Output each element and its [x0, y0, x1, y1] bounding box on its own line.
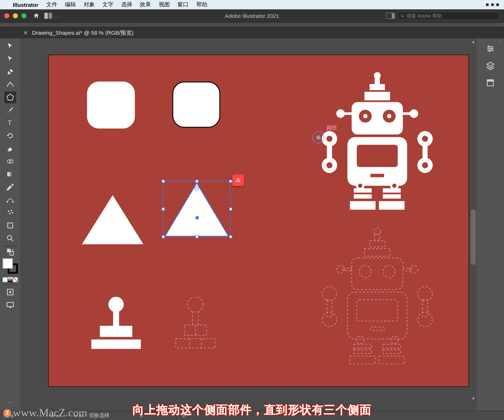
svg-rect-22 [7, 302, 13, 307]
svg-rect-84 [370, 327, 384, 330]
polygon-tool[interactable] [4, 91, 16, 103]
search-icon [400, 13, 405, 18]
svg-point-16 [7, 235, 12, 240]
mac-menubar: Illustrator 文件 编辑 对象 文字 选择 效果 视图 窗口 帮助 [0, 0, 504, 9]
color-control[interactable] [3, 258, 18, 274]
svg-point-62 [327, 162, 333, 168]
rounded-rect-white[interactable] [87, 82, 135, 129]
document-tab[interactable]: ✕ Drawing_Shapes.ai* @ 58 % (RGB/预览) [23, 29, 133, 37]
symbol-sprayer-tool[interactable] [4, 207, 16, 219]
selection-mode[interactable]: 切换选择 [89, 412, 109, 419]
minimize-button[interactable] [13, 13, 18, 18]
menu-help[interactable]: 帮助 [196, 1, 207, 8]
svg-point-7 [7, 201, 8, 203]
svg-point-5 [9, 160, 13, 163]
artboard[interactable]: 路径 [48, 55, 469, 387]
menu-window[interactable]: 窗口 [177, 1, 188, 8]
canvas-area[interactable]: 路径 ▲ ▼ [20, 38, 477, 411]
scroll-thumb[interactable] [471, 209, 476, 265]
svg-rect-83 [357, 300, 398, 321]
chevron-down-icon[interactable]: ⌵ [55, 13, 57, 18]
handle-mr[interactable] [229, 208, 232, 210]
close-tab-icon[interactable]: ✕ [23, 30, 28, 36]
sides-widget[interactable] [232, 174, 244, 186]
type-tool[interactable]: T [4, 117, 16, 129]
menu-edit[interactable]: 编辑 [65, 1, 76, 8]
robot-outline[interactable] [292, 224, 463, 379]
app-menu[interactable]: Illustrator [13, 2, 38, 8]
scroll-down-icon[interactable]: ▼ [470, 395, 477, 402]
svg-rect-34 [375, 77, 380, 84]
properties-icon[interactable] [484, 42, 497, 55]
path-label: 路径 [327, 124, 337, 132]
eyedropper-tool[interactable] [4, 181, 16, 193]
handle-tl[interactable] [162, 180, 165, 183]
svg-point-100 [491, 48, 493, 49]
search-input[interactable]: 搜索 Adobe 帮助 [397, 12, 500, 20]
curvature-tool[interactable] [4, 79, 16, 91]
color-modes[interactable] [3, 277, 18, 282]
robot-shape[interactable] [296, 68, 458, 223]
handle-bl[interactable] [162, 235, 165, 238]
handle-bm[interactable] [196, 235, 198, 238]
handle-tr[interactable] [229, 180, 232, 183]
svg-rect-35 [370, 84, 385, 90]
fill-stroke-swap[interactable] [4, 248, 16, 256]
eraser-tool[interactable] [4, 143, 16, 155]
direct-selection-tool[interactable] [4, 53, 16, 65]
vertical-scrollbar[interactable]: ▲ ▼ [470, 38, 477, 402]
rounded-rect-stroked[interactable] [172, 82, 220, 128]
svg-rect-94 [354, 350, 372, 354]
panel-more-icon[interactable]: ›› [500, 39, 502, 44]
pen-tool[interactable] [4, 66, 16, 78]
brush-tool[interactable] [4, 104, 16, 116]
svg-point-99 [488, 46, 490, 48]
anchor-ring[interactable] [195, 186, 199, 190]
svg-point-27 [188, 297, 203, 312]
handle-tm[interactable] [196, 180, 198, 183]
maximize-button[interactable] [21, 13, 27, 18]
menu-file[interactable]: 文件 [46, 1, 57, 8]
svg-point-101 [489, 50, 490, 51]
layers-icon[interactable] [484, 59, 497, 72]
joystick-outline[interactable] [171, 297, 235, 358]
close-button[interactable] [4, 13, 9, 18]
panel-toggle-button[interactable] [386, 13, 395, 19]
svg-rect-36 [364, 92, 390, 101]
triangle-white[interactable] [82, 195, 143, 244]
draw-mode-button[interactable] [4, 286, 16, 298]
svg-point-10 [10, 210, 12, 211]
menu-object[interactable]: 对象 [84, 1, 95, 8]
screen-mode-button[interactable] [4, 299, 16, 311]
selection-tool[interactable] [4, 40, 16, 52]
svg-line-17 [11, 239, 13, 241]
blend-tool[interactable] [4, 194, 16, 206]
menu-effect[interactable]: 效果 [140, 1, 151, 8]
fill-color[interactable] [3, 258, 13, 269]
home-icon[interactable] [33, 12, 40, 19]
shape-builder-tool[interactable] [4, 155, 16, 168]
svg-point-21 [9, 291, 11, 293]
menu-view[interactable]: 视图 [159, 1, 170, 8]
svg-point-77 [383, 266, 395, 278]
watermark: www.MacZ.com [13, 407, 87, 419]
zoom-tool[interactable] [4, 232, 16, 244]
handle-br[interactable] [229, 235, 232, 238]
app-window: ⌵ Adobe Illustrator 2021 搜索 Adobe 帮助 ›› … [0, 9, 504, 420]
center-point[interactable] [196, 216, 199, 220]
rotate-tool[interactable] [4, 130, 16, 142]
gradient-tool[interactable] [4, 168, 16, 180]
workspace-switcher[interactable] [44, 13, 52, 19]
scroll-up-icon[interactable]: ▲ [470, 38, 477, 45]
svg-rect-93 [354, 344, 372, 348]
menu-select[interactable]: 选择 [121, 1, 132, 8]
handle-ml[interactable] [162, 208, 165, 210]
svg-rect-96 [383, 344, 401, 348]
svg-rect-95 [350, 356, 376, 364]
svg-point-87 [322, 312, 337, 326]
artboard-tool[interactable] [4, 220, 16, 232]
menu-text[interactable]: 文字 [102, 1, 113, 8]
triangle-selected[interactable] [163, 177, 231, 245]
svg-text:T: T [8, 119, 12, 126]
libraries-icon[interactable] [484, 76, 497, 90]
